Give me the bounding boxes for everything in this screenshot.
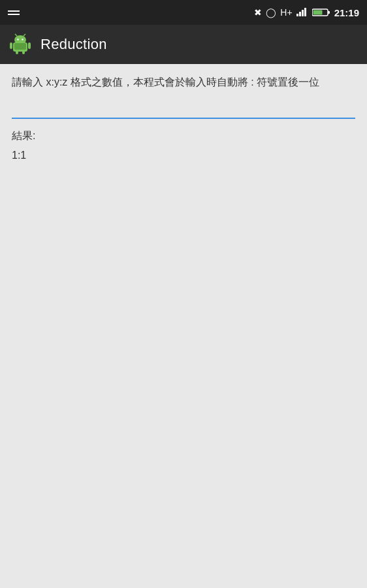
svg-rect-5: [328, 11, 330, 14]
svg-rect-16: [22, 51, 25, 54]
svg-rect-6: [313, 10, 322, 15]
bluetooth-icon: ✖: [254, 7, 262, 18]
status-time: 21:19: [334, 7, 359, 18]
svg-point-9: [17, 39, 19, 41]
battery-icon: [312, 8, 330, 17]
description-text: 請輸入 x:y:z 格式之數值，本程式會於輸入時自動將 : 符號置後一位: [12, 74, 355, 90]
svg-line-12: [24, 34, 25, 36]
app-bar: Reduction: [0, 25, 367, 64]
svg-line-11: [15, 34, 17, 36]
signal-bars-icon: [296, 7, 308, 18]
ratio-input[interactable]: [12, 101, 355, 119]
app-title: Reduction: [40, 36, 107, 53]
status-bar-right: ✖ ◯ H+ 21:19: [254, 7, 359, 18]
network-icon: H+: [280, 7, 292, 18]
svg-rect-15: [16, 51, 18, 54]
svg-rect-14: [28, 42, 31, 49]
result-value: 1:1: [12, 150, 355, 161]
svg-rect-3: [304, 8, 306, 16]
menu-icon[interactable]: [8, 10, 20, 15]
status-bar: ✖ ◯ H+ 21:19: [0, 0, 367, 25]
result-label: 結果:: [12, 129, 355, 143]
svg-rect-17: [14, 43, 26, 50]
svg-rect-13: [10, 42, 12, 49]
status-bar-left: [8, 10, 20, 15]
svg-rect-2: [302, 10, 304, 16]
svg-rect-1: [299, 12, 301, 16]
main-content: 請輸入 x:y:z 格式之數值，本程式會於輸入時自動將 : 符號置後一位 結果:…: [0, 64, 367, 588]
svg-point-8: [14, 35, 26, 44]
alarm-icon: ◯: [266, 7, 276, 18]
svg-point-10: [22, 39, 24, 41]
svg-rect-0: [296, 14, 298, 16]
android-logo-icon: [9, 33, 31, 56]
